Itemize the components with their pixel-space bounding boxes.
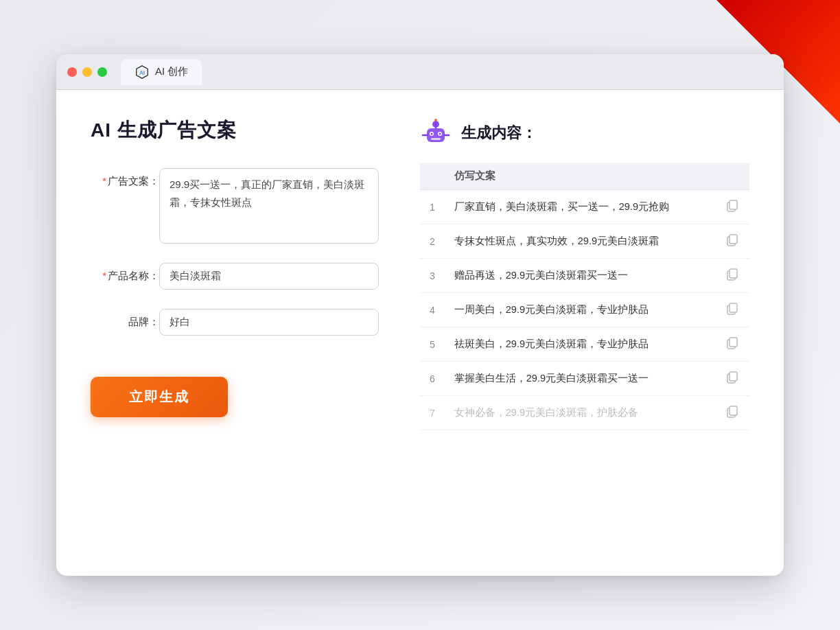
svg-point-10 — [434, 119, 437, 121]
row-content: 厂家直销，美白淡斑霜，买一送一，29.9元抢购 — [445, 190, 715, 224]
product-name-input[interactable] — [159, 263, 379, 290]
minimize-button[interactable] — [82, 67, 92, 77]
row-content: 祛斑美白，29.9元美白淡斑霜，专业护肤品 — [445, 327, 715, 362]
results-table: 仿写文案 1厂家直销，美白淡斑霜，买一送一，29.9元抢购 2专抹女性斑点，真实… — [420, 163, 749, 430]
right-panel: 生成内容： 仿写文案 1厂家直销，美白淡斑霜，买一送一，29.9元抢购 2专抹女… — [420, 117, 749, 548]
maximize-button[interactable] — [97, 67, 107, 77]
copy-icon[interactable] — [725, 404, 740, 419]
row-content: 专抹女性斑点，真实功效，29.9元美白淡斑霜 — [445, 224, 715, 259]
row-number: 7 — [420, 396, 445, 430]
tab-ai-creation[interactable]: AI AI 创作 — [121, 59, 202, 85]
copy-icon-cell[interactable] — [715, 396, 749, 430]
table-row: 5祛斑美白，29.9元美白淡斑霜，专业护肤品 — [420, 327, 749, 362]
table-row: 3赠品再送，29.9元美白淡斑霜买一送一 — [420, 259, 749, 293]
ad-copy-label: *广告文案： — [91, 168, 159, 188]
left-panel: AI 生成广告文案 *广告文案： *产品名称： 品牌： 立 — [91, 117, 379, 548]
copy-icon[interactable] — [725, 301, 740, 316]
svg-point-7 — [439, 133, 441, 135]
brand-label: 品牌： — [91, 309, 159, 329]
col-copy — [715, 163, 749, 190]
svg-rect-20 — [730, 303, 737, 312]
browser-body: AI 生成广告文案 *广告文案： *产品名称： 品牌： 立 — [56, 90, 784, 576]
form-group-ad-copy: *广告文案： — [91, 168, 379, 244]
close-button[interactable] — [67, 67, 77, 77]
svg-text:AI: AI — [139, 69, 145, 75]
svg-rect-14 — [730, 200, 737, 209]
robot-icon — [420, 117, 452, 149]
row-content: 一周美白，29.9元美白淡斑霜，专业护肤品 — [445, 293, 715, 327]
copy-icon[interactable] — [725, 267, 740, 282]
form-group-product-name: *产品名称： — [91, 263, 379, 290]
svg-rect-24 — [730, 372, 737, 381]
copy-icon[interactable] — [725, 198, 740, 213]
table-row: 1厂家直销，美白淡斑霜，买一送一，29.9元抢购 — [420, 190, 749, 224]
copy-icon[interactable] — [725, 233, 740, 248]
product-name-label: *产品名称： — [91, 263, 159, 283]
svg-rect-18 — [730, 269, 737, 278]
ai-tab-icon: AI — [135, 65, 150, 80]
tab-label: AI 创作 — [155, 65, 188, 78]
row-content: 掌握美白生活，29.9元美白淡斑霜买一送一 — [445, 362, 715, 396]
svg-point-6 — [431, 133, 433, 135]
copy-icon-cell[interactable] — [715, 259, 749, 293]
copy-icon-cell[interactable] — [715, 293, 749, 327]
table-row: 2专抹女性斑点，真实功效，29.9元美白淡斑霜 — [420, 224, 749, 259]
table-row: 6掌握美白生活，29.9元美白淡斑霜买一送一 — [420, 362, 749, 396]
row-number: 2 — [420, 224, 445, 259]
browser-titlebar: AI AI 创作 — [56, 54, 784, 90]
traffic-lights — [67, 67, 107, 77]
svg-rect-26 — [730, 406, 737, 415]
table-row: 7女神必备，29.9元美白淡斑霜，护肤必备 — [420, 396, 749, 430]
row-content: 赠品再送，29.9元美白淡斑霜买一送一 — [445, 259, 715, 293]
copy-icon[interactable] — [725, 336, 740, 351]
copy-icon-cell[interactable] — [715, 190, 749, 224]
row-number: 6 — [420, 362, 445, 396]
copy-icon-cell[interactable] — [715, 327, 749, 362]
form-group-brand: 品牌： — [91, 309, 379, 336]
row-content: 女神必备，29.9元美白淡斑霜，护肤必备 — [445, 396, 715, 430]
row-number: 4 — [420, 293, 445, 327]
submit-button[interactable]: 立即生成 — [91, 377, 228, 417]
svg-rect-8 — [431, 138, 441, 140]
product-name-required: * — [102, 270, 106, 281]
row-number: 5 — [420, 327, 445, 362]
copy-icon-cell[interactable] — [715, 362, 749, 396]
ad-copy-input[interactable] — [159, 168, 379, 244]
svg-rect-16 — [730, 235, 737, 244]
results-title: 生成内容： — [461, 123, 537, 143]
page-title: AI 生成广告文案 — [91, 117, 379, 143]
row-number: 1 — [420, 190, 445, 224]
col-num — [420, 163, 445, 190]
col-content: 仿写文案 — [445, 163, 715, 190]
results-header: 生成内容： — [420, 117, 749, 149]
copy-icon-cell[interactable] — [715, 224, 749, 259]
ad-copy-required: * — [102, 175, 106, 187]
svg-rect-22 — [730, 338, 737, 347]
copy-icon[interactable] — [725, 370, 740, 385]
table-row: 4一周美白，29.9元美白淡斑霜，专业护肤品 — [420, 293, 749, 327]
row-number: 3 — [420, 259, 445, 293]
brand-input[interactable] — [159, 309, 379, 336]
browser-window: AI AI 创作 AI 生成广告文案 *广告文案： *产品名称： — [56, 54, 784, 576]
